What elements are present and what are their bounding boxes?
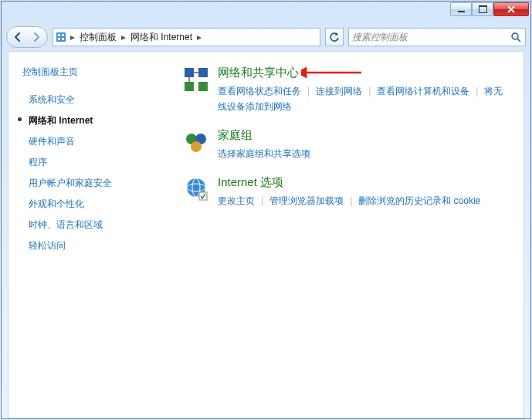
link-divider: | [368,86,371,97]
category-internet-options: Internet 选项更改主页|管理浏览器加载项|删除浏览的历史记录和 cook… [182,175,508,208]
arrow-left-icon [12,32,23,42]
search-icon [510,32,522,42]
close-icon [507,5,515,13]
category-homegroup: 家庭组选择家庭组和共享选项 [182,128,508,161]
breadcrumb-item[interactable]: 控制面板 [76,29,120,46]
arrow-right-icon [31,32,42,42]
homegroup-icon [182,128,210,156]
breadcrumb-separator[interactable]: ▸ [195,29,203,46]
category-link[interactable]: 查看网络计算机和设备 [377,86,469,97]
svg-rect-1 [58,34,60,36]
address-bar[interactable]: ▸ 控制面板 ▸ 网络和 Internet ▸ [53,28,320,46]
category-link[interactable]: 管理浏览器加载项 [269,195,344,206]
content-area: 控制面板主页 系统和安全网络和 Internet硬件和声音程序用户帐户和家庭安全… [8,51,524,418]
sidebar-item[interactable]: 时钟、语言和区域 [16,215,159,235]
svg-rect-10 [198,82,208,91]
category-title[interactable]: 网络和共享中心 [218,66,508,80]
category-link[interactable]: 选择家庭组和共享选项 [218,148,310,159]
refresh-icon [329,32,340,42]
back-button[interactable] [8,28,27,46]
control-panel-icon [53,32,69,42]
category-link[interactable]: 连接到网络 [316,86,362,97]
svg-rect-9 [185,82,194,91]
category-network-sharing: 网络和共享中心查看网络状态和任务|连接到网络|查看网络计算机和设备|将无线设备添… [182,66,508,114]
internet-options-icon [182,175,210,203]
network-sharing-icon [182,66,210,93]
search-input[interactable] [352,32,510,42]
category-link[interactable]: 查看网络状态和任务 [218,86,301,97]
svg-point-5 [512,33,518,39]
breadcrumb-separator[interactable]: ▸ [69,29,76,46]
forward-button[interactable] [27,28,46,46]
svg-rect-0 [56,32,66,42]
sidebar: 控制面板主页 系统和安全网络和 Internet硬件和声音程序用户帐户和家庭安全… [8,52,167,418]
close-button[interactable] [493,2,529,16]
nav-buttons [6,26,48,48]
category-title[interactable]: 家庭组 [218,128,508,143]
svg-rect-4 [62,38,64,40]
svg-line-6 [517,39,520,42]
breadcrumb-item[interactable]: 网络和 Internet [127,29,195,46]
maximize-button[interactable] [472,2,493,16]
titlebar [2,2,530,23]
minimize-button[interactable] [450,2,472,16]
sidebar-item[interactable]: 程序 [16,152,159,173]
sidebar-item[interactable]: 网络和 Internet [16,110,159,131]
link-divider: | [350,195,352,206]
search-bar[interactable] [348,28,526,46]
link-divider: | [307,86,310,97]
control-panel-window: ▸ 控制面板 ▸ 网络和 Internet ▸ 控制面板主页 系统和安全网络和 … [1,1,531,419]
refresh-button[interactable] [325,28,344,46]
main-panel: 网络和共享中心查看网络状态和任务|连接到网络|查看网络计算机和设备|将无线设备添… [167,52,524,418]
toolbar: ▸ 控制面板 ▸ 网络和 Internet ▸ [2,23,530,51]
link-divider: | [476,86,478,97]
sidebar-item[interactable]: 轻松访问 [16,235,159,256]
sidebar-home-link[interactable]: 控制面板主页 [22,66,159,79]
svg-point-15 [191,141,202,152]
sidebar-item[interactable]: 外观和个性化 [16,194,159,215]
sidebar-item[interactable]: 硬件和声音 [16,131,159,152]
svg-rect-2 [62,34,64,36]
svg-rect-7 [185,68,194,77]
breadcrumb-separator[interactable]: ▸ [120,29,127,46]
category-link[interactable]: 更改主页 [218,195,255,206]
sidebar-item[interactable]: 用户帐户和家庭安全 [16,173,159,194]
category-link[interactable]: 删除浏览的历史记录和 cookie [358,195,480,206]
svg-rect-3 [58,38,60,40]
svg-rect-19 [199,192,207,200]
svg-rect-8 [198,68,208,77]
link-divider: | [261,195,263,206]
sidebar-item[interactable]: 系统和安全 [16,90,159,110]
category-title[interactable]: Internet 选项 [218,175,508,190]
window-controls [450,2,529,16]
